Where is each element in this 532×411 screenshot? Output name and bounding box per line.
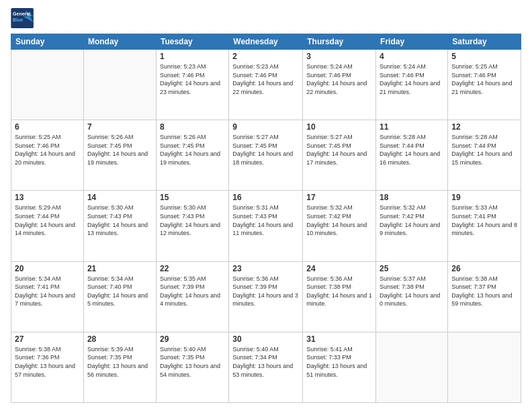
calendar-cell: 28Sunrise: 5:39 AM Sunset: 7:35 PM Dayli…: [83, 332, 156, 402]
calendar-cell: 17Sunrise: 5:32 AM Sunset: 7:42 PM Dayli…: [303, 191, 376, 261]
calendar-cell: 13Sunrise: 5:29 AM Sunset: 7:44 PM Dayli…: [11, 191, 84, 261]
calendar-cell: 10Sunrise: 5:27 AM Sunset: 7:45 PM Dayli…: [303, 120, 376, 191]
day-number: 21: [87, 264, 152, 273]
day-info: Sunrise: 5:29 AM Sunset: 7:44 PM Dayligh…: [15, 203, 80, 237]
calendar-cell: 20Sunrise: 5:34 AM Sunset: 7:41 PM Dayli…: [11, 261, 84, 332]
day-number: 28: [87, 334, 152, 344]
calendar-cell: 3Sunrise: 5:24 AM Sunset: 7:46 PM Daylig…: [303, 50, 376, 120]
day-number: 31: [306, 334, 372, 344]
header: General Blue: [11, 8, 521, 28]
day-number: 10: [306, 122, 372, 132]
day-number: 24: [306, 264, 372, 273]
calendar-cell: [448, 332, 521, 402]
svg-text:General: General: [13, 11, 30, 16]
calendar-week-4: 20Sunrise: 5:34 AM Sunset: 7:41 PM Dayli…: [11, 261, 521, 332]
day-number: 15: [160, 193, 225, 202]
day-number: 22: [160, 264, 225, 273]
day-info: Sunrise: 5:25 AM Sunset: 7:46 PM Dayligh…: [451, 62, 517, 96]
day-info: Sunrise: 5:40 AM Sunset: 7:35 PM Dayligh…: [160, 345, 225, 379]
calendar-cell: [83, 50, 156, 120]
day-info: Sunrise: 5:23 AM Sunset: 7:46 PM Dayligh…: [232, 62, 299, 96]
calendar-cell: 8Sunrise: 5:26 AM Sunset: 7:45 PM Daylig…: [156, 120, 228, 191]
day-info: Sunrise: 5:36 AM Sunset: 7:38 PM Dayligh…: [306, 275, 372, 308]
day-info: Sunrise: 5:24 AM Sunset: 7:46 PM Dayligh…: [306, 62, 372, 96]
day-info: Sunrise: 5:28 AM Sunset: 7:44 PM Dayligh…: [451, 133, 517, 167]
calendar-cell: [376, 332, 448, 402]
day-number: 29: [160, 334, 225, 344]
day-info: Sunrise: 5:34 AM Sunset: 7:41 PM Dayligh…: [15, 275, 80, 308]
calendar-cell: 29Sunrise: 5:40 AM Sunset: 7:35 PM Dayli…: [156, 332, 228, 402]
calendar-cell: 1Sunrise: 5:23 AM Sunset: 7:46 PM Daylig…: [156, 50, 228, 120]
day-number: 7: [87, 122, 152, 132]
calendar-cell: 23Sunrise: 5:36 AM Sunset: 7:39 PM Dayli…: [229, 261, 303, 332]
day-number: 12: [451, 122, 517, 132]
calendar-cell: 7Sunrise: 5:26 AM Sunset: 7:45 PM Daylig…: [83, 120, 156, 191]
calendar-dow-sunday: Sunday: [11, 34, 84, 50]
day-info: Sunrise: 5:37 AM Sunset: 7:38 PM Dayligh…: [380, 275, 444, 308]
day-info: Sunrise: 5:41 AM Sunset: 7:33 PM Dayligh…: [306, 345, 372, 379]
calendar-week-2: 6Sunrise: 5:25 AM Sunset: 7:46 PM Daylig…: [11, 120, 521, 191]
page: General Blue SundayMondayTuesdayWednesda…: [0, 0, 532, 411]
calendar-cell: [11, 50, 84, 120]
calendar-cell: 6Sunrise: 5:25 AM Sunset: 7:46 PM Daylig…: [11, 120, 84, 191]
calendar-dow-friday: Friday: [376, 34, 448, 50]
day-number: 16: [232, 193, 299, 202]
calendar-cell: 21Sunrise: 5:34 AM Sunset: 7:40 PM Dayli…: [83, 261, 156, 332]
calendar-cell: 11Sunrise: 5:28 AM Sunset: 7:44 PM Dayli…: [376, 120, 448, 191]
calendar-cell: 14Sunrise: 5:30 AM Sunset: 7:43 PM Dayli…: [83, 191, 156, 261]
day-info: Sunrise: 5:39 AM Sunset: 7:35 PM Dayligh…: [87, 345, 152, 379]
calendar-cell: 22Sunrise: 5:35 AM Sunset: 7:39 PM Dayli…: [156, 261, 228, 332]
calendar-week-1: 1Sunrise: 5:23 AM Sunset: 7:46 PM Daylig…: [11, 50, 521, 120]
calendar-cell: 25Sunrise: 5:37 AM Sunset: 7:38 PM Dayli…: [376, 261, 448, 332]
day-info: Sunrise: 5:30 AM Sunset: 7:43 PM Dayligh…: [160, 203, 225, 237]
day-info: Sunrise: 5:27 AM Sunset: 7:45 PM Dayligh…: [306, 133, 372, 167]
day-info: Sunrise: 5:40 AM Sunset: 7:34 PM Dayligh…: [232, 345, 299, 379]
day-info: Sunrise: 5:26 AM Sunset: 7:45 PM Dayligh…: [87, 133, 152, 167]
calendar-cell: 12Sunrise: 5:28 AM Sunset: 7:44 PM Dayli…: [448, 120, 521, 191]
calendar-cell: 4Sunrise: 5:24 AM Sunset: 7:46 PM Daylig…: [376, 50, 448, 120]
logo: General Blue: [11, 8, 35, 28]
day-number: 8: [160, 122, 225, 132]
calendar-cell: 9Sunrise: 5:27 AM Sunset: 7:45 PM Daylig…: [229, 120, 303, 191]
calendar-dow-wednesday: Wednesday: [229, 34, 303, 50]
day-number: 1: [160, 52, 225, 61]
day-number: 19: [451, 193, 517, 202]
calendar-week-5: 27Sunrise: 5:38 AM Sunset: 7:36 PM Dayli…: [11, 332, 521, 402]
day-number: 6: [15, 122, 80, 132]
calendar-cell: 2Sunrise: 5:23 AM Sunset: 7:46 PM Daylig…: [229, 50, 303, 120]
day-info: Sunrise: 5:32 AM Sunset: 7:42 PM Dayligh…: [380, 203, 444, 237]
day-info: Sunrise: 5:27 AM Sunset: 7:45 PM Dayligh…: [232, 133, 299, 167]
calendar-cell: 5Sunrise: 5:25 AM Sunset: 7:46 PM Daylig…: [448, 50, 521, 120]
calendar-cell: 30Sunrise: 5:40 AM Sunset: 7:34 PM Dayli…: [229, 332, 303, 402]
day-number: 9: [232, 122, 299, 132]
day-info: Sunrise: 5:35 AM Sunset: 7:39 PM Dayligh…: [160, 275, 225, 308]
svg-text:Blue: Blue: [13, 17, 23, 22]
day-info: Sunrise: 5:34 AM Sunset: 7:40 PM Dayligh…: [87, 275, 152, 308]
calendar-table: SundayMondayTuesdayWednesdayThursdayFrid…: [11, 34, 521, 403]
day-info: Sunrise: 5:23 AM Sunset: 7:46 PM Dayligh…: [160, 62, 225, 96]
day-number: 3: [306, 52, 372, 61]
day-number: 4: [380, 52, 444, 61]
day-number: 14: [87, 193, 152, 202]
calendar-header-row: SundayMondayTuesdayWednesdayThursdayFrid…: [11, 34, 521, 50]
day-number: 5: [451, 52, 517, 61]
day-info: Sunrise: 5:28 AM Sunset: 7:44 PM Dayligh…: [380, 133, 444, 167]
day-number: 20: [15, 264, 80, 273]
calendar-dow-thursday: Thursday: [303, 34, 376, 50]
day-info: Sunrise: 5:33 AM Sunset: 7:41 PM Dayligh…: [451, 203, 517, 237]
day-number: 25: [380, 264, 444, 273]
day-info: Sunrise: 5:30 AM Sunset: 7:43 PM Dayligh…: [87, 203, 152, 237]
calendar-cell: 26Sunrise: 5:38 AM Sunset: 7:37 PM Dayli…: [448, 261, 521, 332]
calendar-dow-monday: Monday: [83, 34, 156, 50]
day-info: Sunrise: 5:38 AM Sunset: 7:36 PM Dayligh…: [15, 345, 80, 379]
calendar-cell: 31Sunrise: 5:41 AM Sunset: 7:33 PM Dayli…: [303, 332, 376, 402]
calendar-cell: 15Sunrise: 5:30 AM Sunset: 7:43 PM Dayli…: [156, 191, 228, 261]
day-info: Sunrise: 5:26 AM Sunset: 7:45 PM Dayligh…: [160, 133, 225, 167]
day-number: 30: [232, 334, 299, 344]
day-info: Sunrise: 5:32 AM Sunset: 7:42 PM Dayligh…: [306, 203, 372, 237]
calendar-dow-saturday: Saturday: [448, 34, 521, 50]
day-info: Sunrise: 5:36 AM Sunset: 7:39 PM Dayligh…: [232, 275, 299, 308]
day-info: Sunrise: 5:25 AM Sunset: 7:46 PM Dayligh…: [15, 133, 80, 167]
day-number: 23: [232, 264, 299, 273]
calendar-cell: 19Sunrise: 5:33 AM Sunset: 7:41 PM Dayli…: [448, 191, 521, 261]
